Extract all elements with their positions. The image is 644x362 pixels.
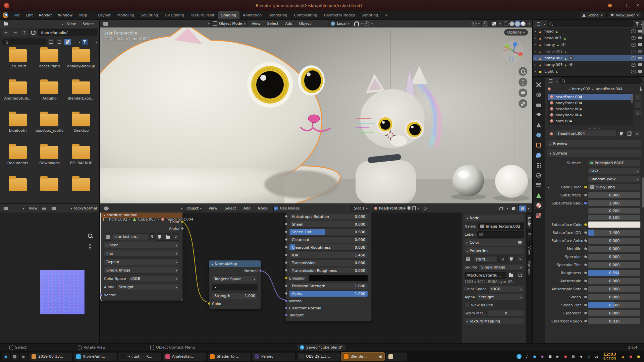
hide-in-viewport-icon[interactable] [631, 29, 636, 33]
input-socket[interactable] [285, 277, 288, 280]
properties-tab[interactable] [534, 111, 543, 119]
input-socket[interactable] [285, 223, 288, 226]
folder-item[interactable]: _cb_stuff [2, 49, 34, 78]
close-button[interactable] [635, 3, 640, 8]
workspace-tab[interactable]: Texture Paint [187, 11, 218, 19]
color-presets-icon[interactable] [518, 241, 522, 243]
maximize-button[interactable] [627, 4, 630, 7]
folder-item[interactable]: AndroidStudi... [2, 81, 34, 110]
editor-type-button[interactable] [102, 20, 109, 27]
source-dropdown[interactable]: Single Image [479, 264, 524, 270]
browse-material-button[interactable] [548, 130, 555, 137]
taskbar-app-button[interactable]: ~ : zsh — K... ◀) [118, 352, 162, 361]
bsdf-input-row[interactable]: Clearcoat Normal [289, 305, 368, 311]
image-name[interactable]: stardust_no... [114, 235, 140, 239]
workspace-tab[interactable]: Modeling [114, 11, 138, 19]
transform-orientation-dropdown[interactable]: Local [328, 20, 352, 27]
keep-above-button[interactable] [608, 4, 612, 7]
material-property-row[interactable]: Specular Tint 0.000 [548, 261, 641, 268]
proportional-editing-icon[interactable] [365, 21, 369, 26]
3d-scene[interactable] [100, 27, 532, 203]
input-socket[interactable] [285, 284, 288, 287]
ortho-toggle-button[interactable] [519, 99, 527, 108]
input-socket[interactable] [208, 302, 211, 305]
input-socket[interactable] [285, 246, 288, 249]
object-name[interactable]: horny [544, 43, 555, 47]
material-slot-dropdown[interactable]: Slot 1 [351, 205, 370, 212]
editor-type-button[interactable] [2, 205, 9, 212]
bsdf-property-row[interactable]: Alpha 1.000 [289, 290, 368, 297]
viewlayer-selector[interactable]: ViewLayer [608, 12, 641, 19]
viewport-menu[interactable]: Add [282, 20, 295, 27]
material-property-row[interactable]: Subsurface Color [548, 221, 641, 228]
folder-item[interactable]: Arduino [34, 81, 65, 110]
slot-specials-button[interactable] [634, 110, 641, 117]
unlink-image-button[interactable] [517, 256, 524, 262]
material-property-row[interactable]: Clearcoat Rough... 0.030 [548, 318, 641, 324]
bsdf-property-row[interactable]: Clearcoat Roughness 0.030 [289, 244, 368, 251]
new-material-button[interactable] [626, 130, 633, 137]
sidebar-tab[interactable]: View [527, 244, 531, 257]
property-value-widget[interactable]: 0.000 [588, 294, 641, 300]
tray-icon[interactable]: ◀ [577, 353, 585, 360]
object-name[interactable]: Light [544, 69, 553, 74]
unlink-material-button[interactable] [634, 130, 641, 137]
tray-status-icon[interactable]: ● [635, 353, 642, 360]
properties-scrollbar[interactable] [642, 177, 644, 207]
outliner-row[interactable]: head.001 [533, 35, 644, 41]
slot-scrollbar[interactable] [631, 95, 633, 103]
material-property-row[interactable]: Roughness 0.594 [548, 269, 641, 276]
bsdf-property-row[interactable]: Sheen Tint 0.500 [289, 229, 368, 235]
property-value-widget[interactable]: 0.000 [588, 310, 641, 316]
overlays-node-toggle[interactable] [510, 205, 517, 212]
workspace-tab[interactable]: Shading [218, 11, 240, 19]
shading-rendered-button[interactable] [521, 21, 526, 26]
up-button[interactable]: ↑ [20, 29, 28, 36]
property-value-widget[interactable]: 0.500 [588, 302, 641, 308]
bsdf-input-row[interactable]: Normal [289, 298, 368, 304]
color-space-dropdown[interactable]: sRGB [488, 286, 524, 292]
bsdf-property-row[interactable]: Clearcoat 0.000 [289, 236, 368, 243]
input-socket[interactable] [285, 230, 288, 233]
bsdf-property-row[interactable]: IOR 1.450 [289, 252, 368, 258]
viewport-menu[interactable]: Select [264, 20, 281, 27]
file-search-input[interactable] [2, 39, 46, 45]
property-value-widget[interactable]: 1.000 [588, 200, 641, 206]
space-dropdown[interactable]: Tangent Space [212, 276, 258, 282]
color-space-dropdown[interactable]: sRGB [128, 275, 179, 282]
hide-in-viewport-icon[interactable] [631, 43, 636, 47]
seam-margin-field[interactable]: 8 [488, 310, 524, 316]
input-socket[interactable] [285, 299, 288, 302]
material-property-row[interactable]: Metallic 0.000 [548, 245, 641, 252]
input-socket[interactable] [285, 238, 288, 241]
material-property-row[interactable]: Anisotropic 0.000 [548, 278, 641, 284]
properties-search-input[interactable] [559, 77, 642, 84]
menubar-menu[interactable]: Edit [22, 11, 36, 19]
menubar-menu[interactable]: Render [36, 11, 55, 19]
properties-tab[interactable] [534, 91, 543, 99]
material-property-row[interactable]: Subsurface Radius 1.000 [548, 200, 641, 206]
properties-tab[interactable] [534, 121, 543, 129]
properties-tab[interactable] [534, 141, 543, 149]
workspace-tab[interactable]: Compositing [291, 11, 321, 19]
taskbar-app-button[interactable]: /home/am... ◀) [73, 352, 117, 361]
taskbar-app-button[interactable]: Parsec ◀) [252, 352, 296, 361]
node-enum-dropdown[interactable]: Linear [104, 242, 179, 248]
disable-in-render-icon[interactable] [638, 37, 642, 39]
blender-logo-icon[interactable] [3, 12, 8, 18]
taskbar-app-button[interactable]: Blende... ◀) [341, 352, 385, 361]
object-name[interactable]: head [544, 29, 553, 34]
material-datablock[interactable]: headFront.004 [372, 205, 422, 212]
taskbar-launcher[interactable]: ▶ [20, 353, 28, 361]
workspace-tab[interactable]: Layout [95, 11, 114, 19]
shader-editor-menu[interactable]: Select [222, 204, 239, 213]
material-slot[interactable]: headBack.004 [548, 106, 633, 112]
property-value-widget[interactable]: 0.000 [588, 192, 641, 198]
property-value-widget[interactable]: 0.000 [588, 261, 641, 268]
node-enum-dropdown[interactable]: Flat [104, 250, 179, 257]
bsdf-property-row[interactable]: Anisotropic Rotation 0.000 [289, 213, 368, 220]
clock[interactable]: 12:03 9/27/23 [603, 352, 616, 361]
tray-icon[interactable]: us [592, 353, 600, 360]
folder-item[interactable] [65, 178, 97, 203]
image-editor-canvas[interactable]: ↔↕ [0, 213, 99, 343]
